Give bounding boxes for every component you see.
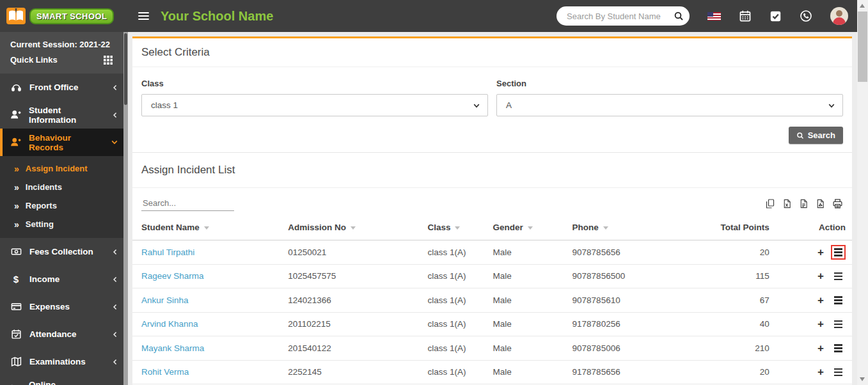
chevron-left-icon: [112, 303, 118, 311]
sidebar-subitem-incidents[interactable]: »Incidents: [0, 178, 128, 196]
sidebar-item-attendance[interactable]: Attendance: [0, 320, 128, 348]
app-logo[interactable]: SMART SCHOOL: [0, 0, 128, 32]
print-icon[interactable]: [832, 198, 843, 209]
cell-admission-no: 201102215: [288, 312, 427, 336]
chevron-left-icon: [112, 111, 118, 119]
cell-gender: Male: [493, 264, 572, 288]
add-incident-button[interactable]: +: [817, 318, 824, 329]
global-search-input[interactable]: [565, 11, 674, 22]
section-select[interactable]: A: [496, 94, 843, 116]
column-header-student-name[interactable]: Student Name: [132, 217, 288, 240]
column-header-phone[interactable]: Phone: [572, 217, 717, 240]
cell-class: class 1(A): [427, 336, 493, 361]
row-menu-button-highlighted[interactable]: [831, 245, 846, 260]
global-search: [556, 6, 690, 26]
search-icon[interactable]: [674, 11, 684, 21]
cell-gender: Male: [493, 336, 572, 361]
select-criteria-card: Select Criteria Class class 1 Section: [132, 36, 852, 153]
double-angle-icon: »: [14, 220, 19, 229]
student-name-link[interactable]: Ankur Sinha: [141, 295, 189, 305]
quick-links[interactable]: Quick Links: [10, 52, 113, 68]
row-menu-button[interactable]: [831, 365, 846, 380]
action-buttons: +: [817, 269, 846, 284]
action-buttons: +: [817, 341, 846, 356]
sidebar-item-student-information[interactable]: Student Information: [0, 101, 128, 129]
add-incident-button[interactable]: +: [817, 247, 824, 258]
student-name-link[interactable]: Rohit Verma: [141, 367, 189, 377]
quick-links-label: Quick Links: [10, 52, 58, 68]
page-scrollbar[interactable]: [857, 0, 868, 385]
cell-student-name: Mayank Sharma: [132, 336, 288, 361]
sidebar-item-online-examinations[interactable]: Online Examinations: [0, 375, 128, 385]
add-incident-button[interactable]: +: [817, 366, 824, 377]
cell-phone: 9178785656: [572, 360, 717, 384]
student-name-link[interactable]: Arvind Khanna: [141, 319, 198, 329]
sidebar-item-income[interactable]: $Income: [0, 265, 128, 293]
student-name-link[interactable]: Rageev Sharma: [141, 271, 204, 281]
user-avatar[interactable]: [830, 7, 848, 25]
double-angle-icon: »: [14, 183, 19, 192]
chevron-down-icon: [111, 139, 118, 146]
table-search-input[interactable]: [141, 196, 234, 211]
csv-icon[interactable]: [799, 198, 809, 209]
cell-total-points: 115: [717, 264, 776, 288]
row-menu-button[interactable]: [831, 341, 846, 356]
cell-class: class 1(A): [427, 288, 493, 313]
cell-total-points: 210: [717, 336, 776, 361]
add-incident-button[interactable]: +: [817, 271, 824, 281]
row-menu-button[interactable]: [831, 269, 846, 284]
class-select[interactable]: class 1: [141, 94, 488, 116]
scroll-up-arrow[interactable]: [860, 4, 865, 8]
cell-total-points: 40: [717, 312, 776, 336]
section-label: Section: [496, 79, 843, 88]
incident-table: Student NameAdmission NoClassGenderPhone…: [132, 217, 852, 385]
tasks-icon[interactable]: [769, 10, 782, 22]
search-button[interactable]: Search: [789, 127, 843, 144]
sidebar-item-front-office[interactable]: Front Office: [0, 74, 128, 101]
page-scrollbar-thumb[interactable]: [858, 12, 867, 82]
sidebar-subitem-reports[interactable]: »Reports: [0, 196, 128, 215]
sidebar-item-fees-collection[interactable]: Fees Collection: [0, 238, 128, 265]
student-name-link[interactable]: Rahul Tirpathi: [141, 248, 194, 257]
us-flag-icon[interactable]: [707, 12, 721, 20]
user-plus-icon: [10, 137, 21, 148]
sidebar-subitem-assign-incident[interactable]: »Assign Incident: [0, 159, 128, 178]
row-menu-button[interactable]: [831, 293, 846, 308]
add-incident-button[interactable]: +: [817, 295, 824, 306]
sidebar-item-expenses[interactable]: Expenses: [0, 293, 128, 320]
cell-student-name: Rageev Sharma: [132, 264, 288, 288]
copy-icon[interactable]: [765, 198, 775, 209]
column-label: Action: [819, 223, 846, 232]
cell-action: +: [776, 312, 852, 336]
column-header-class[interactable]: Class: [427, 217, 493, 240]
scroll-down-arrow[interactable]: [860, 377, 865, 381]
sidebar-item-label: Expenses: [29, 302, 70, 311]
chevron-down-icon: [828, 102, 835, 109]
subitem-label: Setting: [26, 219, 54, 229]
sidebar-item-behaviour-records[interactable]: Behaviour Records: [0, 129, 128, 156]
cell-admission-no: 01250021: [288, 240, 427, 265]
column-header-admission-no[interactable]: Admission No: [288, 217, 427, 240]
whatsapp-icon[interactable]: [800, 10, 812, 22]
sidebar-scrollbar-thumb[interactable]: [124, 33, 127, 105]
sidebar-toggle-icon[interactable]: [138, 12, 149, 20]
calendar-icon[interactable]: [739, 10, 752, 22]
column-header-gender[interactable]: Gender: [493, 217, 572, 240]
cell-total-points: 67: [717, 288, 776, 313]
sidebar-item-examinations[interactable]: Examinations: [0, 348, 128, 375]
cell-admission-no: 201540122: [288, 336, 427, 361]
sidebar-subitem-setting[interactable]: »Setting: [0, 215, 128, 233]
sidebar-scrollbar[interactable]: [123, 32, 128, 385]
table-row: Rahul Tirpathi01250021class 1(A)Male9078…: [132, 240, 852, 265]
add-incident-button[interactable]: +: [817, 343, 824, 354]
pdf-icon[interactable]: [816, 198, 825, 209]
action-buttons: +: [817, 317, 846, 332]
cell-admission-no: 2252145: [288, 360, 427, 384]
sort-arrow-icon: [351, 226, 356, 230]
student-name-link[interactable]: Mayank Sharma: [141, 343, 204, 353]
chevron-left-icon: [112, 84, 118, 91]
row-menu-button[interactable]: [831, 317, 846, 332]
excel-icon[interactable]: [782, 198, 792, 209]
menu-bars-icon: [834, 272, 842, 281]
sidebar: Current Session: 2021-22 Quick Links Fro…: [0, 32, 128, 385]
